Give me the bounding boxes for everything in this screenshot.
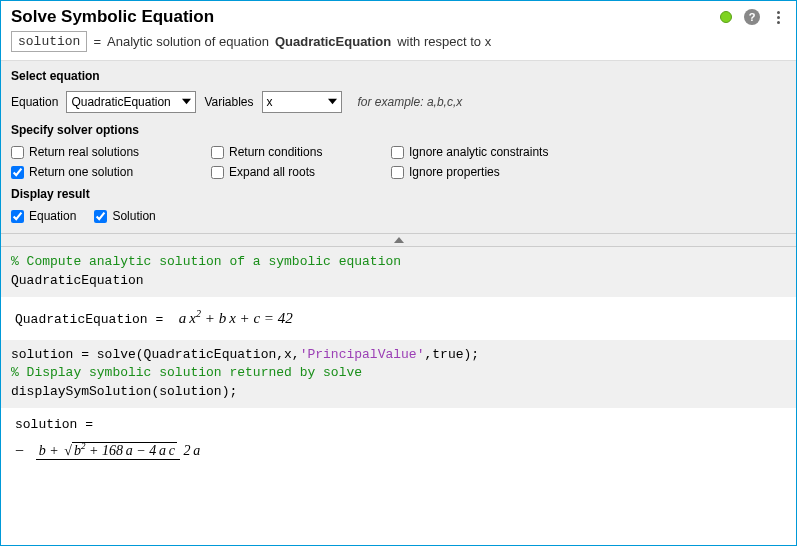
equation-select[interactable]: QuadraticEquation: [66, 91, 196, 113]
equation-output-lhs: QuadraticEquation =: [15, 312, 163, 327]
section-display-result: Display result: [11, 187, 786, 201]
chevron-up-icon: [394, 237, 404, 243]
equation-output-math: a x2 + b x + c = 42: [179, 310, 293, 326]
output-var-box[interactable]: solution: [11, 31, 87, 52]
collapse-toggle[interactable]: [1, 233, 796, 247]
check-ignore-analytic[interactable]: Ignore analytic constraints: [391, 145, 611, 159]
code-comment-2: % Display symbolic solution returned by …: [11, 364, 786, 383]
svg-marker-0: [182, 99, 191, 104]
check-display-solution[interactable]: Solution: [94, 209, 155, 223]
code-comment-1: % Compute analytic solution of a symboli…: [11, 253, 786, 272]
chevron-down-icon: [328, 95, 337, 109]
solution-neg: −: [15, 442, 24, 459]
variables-hint: for example: a,b,c,x: [358, 95, 463, 109]
status-indicator: [720, 11, 732, 23]
desc-post: with respect to x: [397, 34, 491, 49]
task-title: Solve Symbolic Equation: [11, 7, 720, 27]
equation-output: QuadraticEquation = a x2 + b x + c = 42: [1, 297, 796, 340]
variables-select[interactable]: x: [262, 91, 342, 113]
code-eqname: QuadraticEquation: [11, 272, 786, 291]
equals-sign: =: [93, 34, 101, 49]
code-solve-line: solution = solve(QuadraticEquation,x,'Pr…: [11, 346, 786, 365]
section-solver-options: Specify solver options: [11, 123, 786, 137]
solution-label: solution =: [15, 416, 782, 435]
desc-eqname: QuadraticEquation: [275, 34, 391, 49]
description-row: solution = Analytic solution of equation…: [1, 29, 796, 60]
check-conditions[interactable]: Return conditions: [211, 145, 391, 159]
variables-label: Variables: [204, 95, 253, 109]
check-real[interactable]: Return real solutions: [11, 145, 211, 159]
solution-fraction: b + b2 + 168 a − 4 a c 2 a: [36, 440, 200, 461]
code-block-2: solution = solve(QuadraticEquation,x,'Pr…: [1, 340, 796, 409]
help-icon[interactable]: ?: [744, 9, 760, 25]
variables-select-value: x: [267, 95, 273, 109]
svg-marker-1: [328, 99, 337, 104]
desc-pre: Analytic solution of equation: [107, 34, 269, 49]
check-display-equation[interactable]: Equation: [11, 209, 76, 223]
check-expand-roots[interactable]: Expand all roots: [211, 165, 391, 179]
solution-output: solution = − b + b2 + 168 a − 4 a c 2 a: [1, 408, 796, 472]
equation-select-value: QuadraticEquation: [71, 95, 170, 109]
chevron-down-icon: [182, 95, 191, 109]
check-ignore-properties[interactable]: Ignore properties: [391, 165, 611, 179]
section-select-equation: Select equation: [11, 69, 786, 83]
more-menu-icon[interactable]: [770, 11, 786, 24]
check-one-solution[interactable]: Return one solution: [11, 165, 211, 179]
code-block-1: % Compute analytic solution of a symboli…: [1, 247, 796, 297]
equation-label: Equation: [11, 95, 58, 109]
code-display-call: displaySymSolution(solution);: [11, 383, 786, 402]
